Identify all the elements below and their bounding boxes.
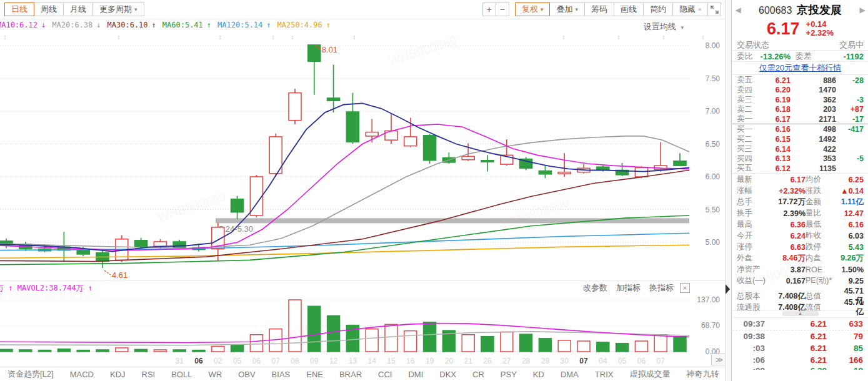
indicator-tab-15[interactable]: KD (533, 370, 544, 379)
indicator-tab-4[interactable]: BOLL (171, 370, 192, 379)
indicator-tab-17[interactable]: TRIX (595, 370, 614, 379)
main-candlestick-chart[interactable]: 8.007.507.006.506.005.505.00↕↕↕↕↕↕↕↕↕↕5.… (0, 32, 725, 280)
stat-label: 涨停 (737, 242, 769, 252)
level-delta: +87 (836, 105, 864, 114)
volume-bar (57, 349, 70, 352)
event-marker-icon: ↕ (291, 34, 294, 41)
stat-label: 内盘 (806, 253, 839, 264)
period-tab-1[interactable]: 周线 (34, 2, 64, 16)
price-change-pct: +2.32% (806, 29, 834, 37)
candle-body (366, 132, 378, 136)
day-label: 29 (541, 357, 549, 365)
stats-row: 收益(—)0.167PE(动)*9.25 (732, 275, 868, 287)
candle-body (539, 171, 551, 174)
quote-panel: ◀ 600683 京投发展 ▶ 6.17 +0.14 +2.32% 交易状态 交… (732, 0, 868, 381)
period-tab-3[interactable]: 更多周期▾ (92, 2, 144, 16)
stat-label: 收益(—) (737, 275, 769, 286)
indicator-link-0[interactable]: 改参数 (583, 282, 607, 294)
weibi-value: -13.26% (757, 52, 796, 61)
toolbar-button-1[interactable]: 叠加▾ (549, 2, 585, 16)
toolbar-button-2[interactable]: 筹码 (584, 2, 614, 16)
level-label: 买三 (737, 144, 757, 154)
stat-value: 6.16 (839, 220, 864, 229)
volume-bar (654, 335, 667, 352)
stat-label: 总值 (806, 291, 839, 302)
stat-label: ROE (806, 265, 839, 274)
level-price: 6.17 (757, 115, 791, 124)
day-label: 19 (426, 357, 434, 365)
indicator-tab-11[interactable]: DMI (408, 370, 423, 379)
panel-divider[interactable] (725, 0, 732, 381)
stat-value: 6.25 (839, 176, 864, 184)
stats-row: 涨停6.63跌停5.43 (732, 242, 868, 253)
indicator-tab-12[interactable]: DKX (439, 370, 456, 379)
indicator-tab-14[interactable]: PSY (501, 370, 517, 379)
candle-body (558, 172, 571, 174)
volume-bar (539, 339, 551, 352)
candle (231, 195, 244, 219)
price-change: +0.14 (806, 20, 834, 29)
volume-bar (0, 349, 12, 352)
fullscreen-icon (711, 6, 719, 14)
indicator-tab-9[interactable]: BRAR (339, 370, 362, 379)
zoom-out-button[interactable]: − (496, 2, 509, 16)
indicator-tab-3[interactable]: RSI (142, 370, 156, 379)
volume-bar (250, 335, 262, 352)
indicator-tab-6[interactable]: OBV (238, 370, 255, 379)
indicator-tab-13[interactable]: CR (472, 370, 484, 379)
candle (481, 155, 494, 171)
toolbar-button-0[interactable]: 复权▾ (515, 2, 551, 16)
day-label: 13 (349, 357, 357, 365)
ma-trend-arrow-icon: ↑ (152, 21, 156, 29)
indicator-tab-5[interactable]: WR (208, 370, 222, 379)
indicator-link-1[interactable]: 加指标 (616, 282, 641, 294)
volume-bar (289, 300, 301, 352)
indicator-tab-2[interactable]: KDJ (110, 370, 126, 379)
toolbar-button-4[interactable]: 简约 (643, 2, 673, 16)
ma-legend-3: MA60:5.41 (162, 21, 203, 29)
close-indicator-button[interactable]: × (680, 283, 690, 293)
stat-label: 均价 (806, 174, 839, 185)
price-gridlines: 8.007.507.006.506.005.505.00 (0, 41, 720, 247)
right-triangle-icon (726, 284, 730, 294)
indicator-tab-16[interactable]: DMA (561, 370, 579, 379)
ma-settings-button[interactable]: 设置均线 ▾ (644, 21, 684, 32)
ask-row: 卖五6.21886-28 (732, 75, 868, 85)
stock-header: ◀ 600683 京投发展 ▶ (732, 0, 868, 18)
event-marker-icon: ↕ (702, 34, 705, 41)
period-tab-0[interactable]: 日线 (4, 2, 34, 16)
indicator-tab-19[interactable]: 神奇九转 (686, 369, 719, 380)
candle (616, 163, 629, 176)
ask-row: 卖三6.19362-3 (732, 94, 868, 104)
prev-stock-button[interactable]: ◀ (734, 6, 742, 14)
toolbar-button-3[interactable]: 画线 (614, 2, 644, 16)
indicator-tab-7[interactable]: BIAS (272, 370, 291, 379)
ma5-line (0, 103, 689, 251)
volume-bar (212, 347, 224, 352)
zoom-in-button[interactable]: + (482, 2, 496, 16)
indicator-tab-18[interactable]: 虚拟成交量 (629, 369, 670, 380)
day-label: 31 (176, 357, 184, 365)
period-tab-2[interactable]: 月线 (63, 2, 93, 16)
level2-upsell-link[interactable]: 仅需20元查看十档行情 (759, 62, 841, 74)
panel-collapse-handle[interactable] (726, 281, 731, 297)
indicator-tab-0[interactable]: 资金趋势[L2] (7, 369, 54, 380)
volume-bar (577, 341, 590, 352)
tick-row: 09:386.2179 (732, 330, 868, 342)
indicator-tab-10[interactable]: CCI (378, 370, 392, 379)
toolbar-button-5[interactable]: 隐藏» (672, 2, 708, 16)
next-stock-button[interactable]: ▶ (858, 6, 867, 14)
fullscreen-button[interactable] (707, 2, 721, 16)
volume-chart[interactable]: 137.0068.700.00 (0, 294, 725, 356)
volume-bar (462, 335, 474, 352)
stat-value: 17.72万 (769, 197, 806, 207)
indicator-tab-1[interactable]: MACD (70, 370, 94, 379)
event-marker-icon: ↕ (617, 34, 621, 41)
stat-value: 9.26万 (839, 253, 864, 264)
chevron-down-icon: ▾ (541, 6, 544, 12)
indicator-tab-8[interactable]: ENE (306, 370, 323, 379)
level-delta: -3 (836, 96, 864, 104)
volume-bar (154, 350, 166, 352)
indicator-link-2[interactable]: 换指标 (649, 282, 674, 294)
candle-body (674, 161, 686, 166)
